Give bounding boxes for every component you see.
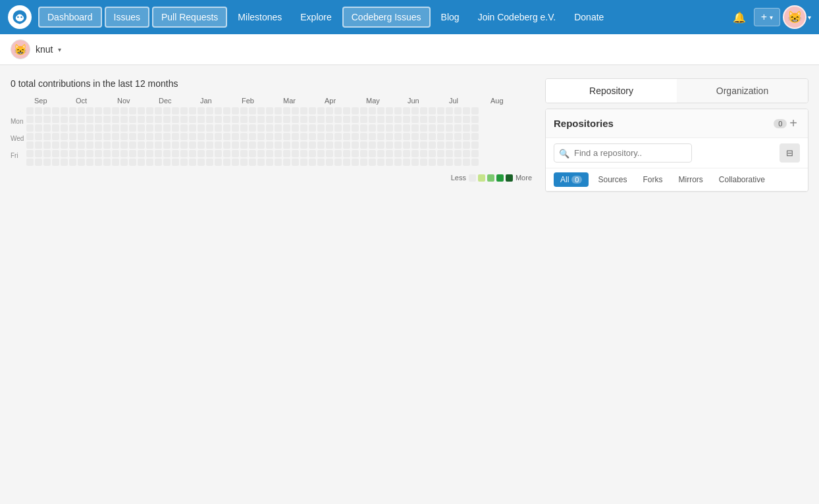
avatar[interactable]: 😸: [783, 5, 806, 29]
tab-organization[interactable]: Organization: [677, 79, 808, 103]
grid-column: [189, 107, 196, 168]
contribution-cell: [352, 133, 359, 140]
grid-column: [206, 107, 213, 168]
grid-column: [26, 107, 34, 168]
contribution-cell: [437, 159, 444, 166]
nav-join[interactable]: Join Codeberg e.V.: [470, 8, 564, 26]
contribution-cell: [446, 116, 453, 123]
repo-panel: Repository Organization Repositories 0 +…: [545, 78, 808, 192]
contribution-cell: [95, 116, 102, 123]
contribution-cell: [352, 116, 359, 123]
contribution-cell: [215, 124, 222, 132]
month-label: Jul: [449, 97, 490, 105]
contribution-cell: [172, 116, 179, 123]
filter-tab-collaborative[interactable]: Collaborative: [712, 172, 772, 187]
contribution-cell: [52, 159, 59, 166]
contribution-cell: [35, 116, 42, 123]
contribution-cell: [95, 124, 102, 132]
contribution-cell: [454, 107, 462, 114]
contribution-cell: [155, 150, 162, 157]
contribution-cell: [120, 116, 128, 123]
contribution-cell: [446, 141, 453, 149]
nav-donate[interactable]: Donate: [566, 8, 612, 26]
contribution-cell: [343, 133, 350, 140]
add-button[interactable]: + ▾: [754, 8, 780, 26]
contribution-cell: [275, 107, 282, 114]
contribution-cell: [163, 159, 171, 166]
contribution-cell: [343, 141, 350, 149]
contribution-cell: [86, 150, 93, 157]
tab-repository[interactable]: Repository: [546, 79, 677, 103]
contribution-cell: [309, 150, 316, 157]
nav-milestones[interactable]: Milestones: [230, 8, 290, 26]
contribution-cell: [120, 133, 128, 140]
contribution-cell: [394, 141, 402, 149]
plus-icon: +: [761, 11, 767, 23]
contribution-cell: [120, 107, 128, 114]
grid-column: [446, 107, 453, 168]
contributions-panel: 0 total contributions in the last 12 mon…: [11, 78, 532, 192]
contribution-cell: [232, 159, 239, 166]
nav-dashboard[interactable]: Dashboard: [38, 7, 102, 28]
contribution-cell: [146, 133, 153, 140]
nav-explore[interactable]: Explore: [292, 8, 339, 26]
contribution-cell: [257, 116, 265, 123]
contribution-cell: [266, 159, 273, 166]
contribution-cell: [112, 107, 119, 114]
contribution-cell: [471, 124, 479, 132]
contribution-cell: [317, 116, 325, 123]
contribution-cell: [43, 116, 51, 123]
contribution-cell: [343, 150, 350, 157]
contribution-cell: [343, 159, 350, 166]
contribution-cell: [112, 116, 119, 123]
contribution-cell: [454, 159, 462, 166]
contribution-cell: [35, 107, 42, 114]
contribution-cell: [86, 133, 93, 140]
grid-column: [334, 107, 342, 168]
grid-column: [52, 107, 59, 168]
contribution-cell: [52, 124, 59, 132]
contribution-cell: [52, 107, 59, 114]
contribution-cell: [103, 133, 111, 140]
search-input[interactable]: [554, 143, 692, 163]
contribution-cell: [420, 124, 427, 132]
filter-tab-all[interactable]: All0: [554, 172, 589, 187]
add-repository-button[interactable]: +: [787, 116, 800, 131]
filter-tab-mirrors[interactable]: Mirrors: [672, 172, 710, 187]
grid-column: [43, 107, 51, 168]
contribution-cell: [300, 116, 307, 123]
contribution-cell: [232, 150, 239, 157]
contribution-cell: [454, 141, 462, 149]
notifications-button[interactable]: 🔔: [727, 7, 751, 28]
contribution-cell: [249, 159, 256, 166]
contribution-cell: [429, 116, 436, 123]
contribution-cell: [249, 124, 256, 132]
contribution-cell: [377, 116, 384, 123]
contribution-cell: [180, 107, 188, 114]
grid-column: [266, 107, 273, 168]
grid-column: [215, 107, 222, 168]
user-menu[interactable]: 😸 ▾: [783, 5, 811, 29]
repo-search-row: 🔍 ⊟: [546, 138, 808, 168]
username-label[interactable]: knut: [36, 44, 53, 55]
filter-button[interactable]: ⊟: [779, 143, 800, 163]
contribution-cell: [61, 124, 68, 132]
contribution-cell: [163, 141, 171, 149]
logo[interactable]: [8, 5, 32, 29]
contribution-cell: [155, 141, 162, 149]
contribution-cell: [95, 107, 102, 114]
grid-column: [360, 107, 367, 168]
nav-issues[interactable]: Issues: [105, 7, 149, 28]
month-label: Oct: [76, 97, 117, 105]
filter-tab-forks[interactable]: Forks: [637, 172, 670, 187]
nav-blog[interactable]: Blog: [433, 8, 467, 26]
contribution-cell: [249, 107, 256, 114]
filter-tab-sources[interactable]: Sources: [591, 172, 633, 187]
nav-pull-requests[interactable]: Pull Requests: [152, 7, 227, 28]
legend-cell: [469, 174, 476, 182]
grid-column: [463, 107, 470, 168]
nav-right: 🔔 + ▾ 😸 ▾: [727, 5, 811, 29]
day-labels: MonWedFri: [11, 107, 24, 168]
nav-codeberg-issues[interactable]: Codeberg Issues: [342, 7, 431, 28]
grid-column: [129, 107, 136, 168]
